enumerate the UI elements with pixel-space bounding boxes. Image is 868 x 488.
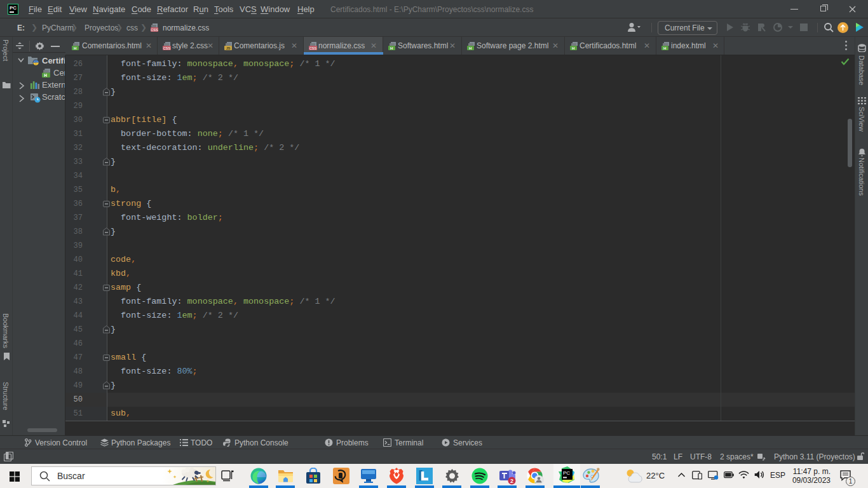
svg-text:H: H	[390, 46, 393, 50]
svg-text:H: H	[74, 46, 76, 50]
svg-text:CSS: CSS	[309, 46, 317, 50]
svg-text:H: H	[663, 46, 666, 50]
svg-text:JS: JS	[226, 46, 231, 50]
svg-text:CSS: CSS	[151, 28, 158, 32]
svg-text:H: H	[44, 73, 47, 78]
svg-text:2: 2	[510, 478, 513, 484]
svg-text:PC: PC	[563, 470, 570, 476]
svg-text:H: H	[572, 46, 574, 50]
svg-text:CSS: CSS	[163, 46, 171, 50]
svg-text:H: H	[469, 46, 471, 50]
